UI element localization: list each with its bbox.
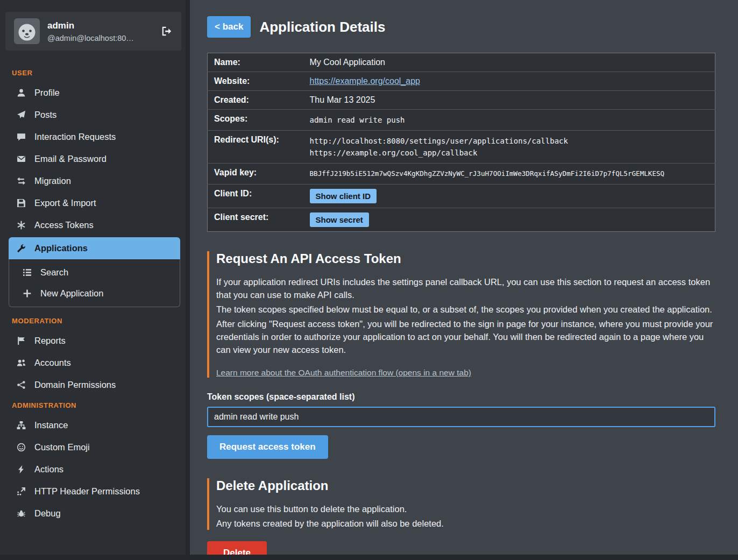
user-name: admin bbox=[47, 20, 134, 31]
sidebar-item-access-tokens[interactable]: Access Tokens bbox=[0, 214, 186, 236]
row-label: Scopes: bbox=[208, 110, 303, 131]
sidebar-item-applications[interactable]: Applications bbox=[9, 237, 180, 259]
sidebar-item-migration[interactable]: Migration bbox=[0, 170, 186, 192]
table-row-scopes: Scopes: admin read write push bbox=[208, 110, 715, 131]
table-row-client-secret: Client secret: Show secret bbox=[208, 208, 715, 232]
row-value: http://localhost:8080/settings/user/appl… bbox=[303, 131, 715, 164]
sidebar-item-accounts[interactable]: Accounts bbox=[0, 352, 186, 374]
bolt-icon bbox=[16, 465, 26, 474]
row-value: BBJffJ219b5iE512m7wQSzv4KgKDhgZZVzNyWC_r… bbox=[303, 164, 715, 185]
table-row-vapid-key: Vapid key: BBJffJ219b5iE512m7wQSzv4KgKDh… bbox=[208, 164, 715, 185]
app-layout: admin @admin@localhost:80… USER Profile … bbox=[0, 0, 738, 555]
sidebar-item-label: Applications bbox=[34, 243, 88, 253]
sidebar-item-http-header-permissions[interactable]: HTTP Header Permissions bbox=[0, 480, 186, 502]
applications-submenu: Search New Application bbox=[9, 259, 180, 307]
row-value: Thu Mar 13 2025 bbox=[303, 91, 715, 110]
wrench-icon bbox=[16, 244, 26, 253]
floppy-disk-icon bbox=[16, 199, 26, 208]
user-meta: admin @admin@localhost:80… bbox=[47, 20, 134, 42]
sidebar-item-profile[interactable]: Profile bbox=[0, 82, 186, 104]
logout-icon[interactable] bbox=[161, 25, 173, 37]
list-icon bbox=[22, 268, 32, 277]
smiley-icon bbox=[16, 443, 26, 452]
redirect-uri-1: http://localhost:8080/settings/user/appl… bbox=[310, 135, 709, 147]
sidebar-item-instance[interactable]: Instance bbox=[0, 414, 186, 436]
users-icon bbox=[16, 358, 26, 367]
back-button[interactable]: < back bbox=[207, 16, 251, 38]
sidebar-item-label: Profile bbox=[34, 88, 60, 98]
row-value: https://example.org/cool_app bbox=[303, 72, 715, 91]
sidebar-item-label: New Application bbox=[40, 288, 103, 299]
token-paragraph-1: If your application redirect URIs includ… bbox=[216, 275, 715, 301]
exchange-arrows-icon bbox=[16, 176, 26, 186]
sidebar-item-debug[interactable]: Debug bbox=[0, 502, 186, 524]
oauth-docs-link[interactable]: Learn more about the OAuth authenticatio… bbox=[216, 368, 471, 378]
table-row-redirect-uris: Redirect URI(s): http://localhost:8080/s… bbox=[208, 131, 715, 164]
delete-line-2: Any tokens created by the application wi… bbox=[216, 517, 715, 530]
sidebar-item-new-application[interactable]: New Application bbox=[9, 283, 180, 304]
envelope-icon bbox=[16, 154, 26, 164]
sidebar-item-label: Debug bbox=[34, 508, 61, 519]
sidebar-item-label: Migration bbox=[34, 176, 71, 186]
paper-plane-icon bbox=[16, 110, 26, 119]
sidebar-item-custom-emoji[interactable]: Custom Emoji bbox=[0, 436, 186, 458]
sidebar-item-interaction-requests[interactable]: Interaction Requests bbox=[0, 126, 186, 148]
website-link[interactable]: https://example.org/cool_app bbox=[310, 76, 420, 86]
token-scopes-input[interactable] bbox=[207, 407, 715, 427]
sidebar-item-label: Export & Import bbox=[34, 198, 96, 208]
sidebar-item-label: Access Tokens bbox=[34, 220, 94, 230]
row-value: Show secret bbox=[303, 208, 715, 232]
sidebar-item-email-password[interactable]: Email & Password bbox=[0, 148, 186, 170]
request-token-title: Request An API Access Token bbox=[216, 251, 715, 266]
table-row-website: Website: https://example.org/cool_app bbox=[208, 72, 715, 91]
section-label-moderation: MODERATION bbox=[0, 311, 186, 330]
share-nodes-icon bbox=[16, 380, 26, 389]
sidebar-item-reports[interactable]: Reports bbox=[0, 330, 186, 352]
sidebar-item-domain-permissions[interactable]: Domain Permissions bbox=[0, 374, 186, 396]
sidebar-item-label: Interaction Requests bbox=[34, 132, 116, 142]
applications-group: Applications Search New Application bbox=[9, 237, 180, 307]
table-row-client-id: Client ID: Show client ID bbox=[208, 185, 715, 208]
token-paragraph-2: The token scopes specified below must be… bbox=[216, 303, 715, 316]
comment-icon bbox=[16, 132, 26, 141]
section-label-user: USER bbox=[0, 63, 186, 82]
request-token-description: Request An API Access Token If your appl… bbox=[207, 251, 715, 378]
bug-icon bbox=[16, 509, 26, 518]
sidebar-item-label: Accounts bbox=[34, 358, 71, 368]
sidebar-item-label: Custom Emoji bbox=[34, 442, 90, 452]
application-info-table: Name: My Cool Application Website: https… bbox=[207, 53, 715, 232]
show-secret-button[interactable]: Show secret bbox=[310, 212, 369, 227]
delete-button[interactable]: Delete bbox=[207, 541, 267, 555]
arrow-dots-icon bbox=[16, 487, 26, 496]
delete-line-1: You can use this button to delete the ap… bbox=[216, 502, 715, 515]
sidebar-item-posts[interactable]: Posts bbox=[0, 104, 186, 126]
redirect-uri-2: https://example.org/cool_app/callback bbox=[310, 147, 709, 159]
table-row-created: Created: Thu Mar 13 2025 bbox=[208, 91, 715, 110]
section-label-administration: ADMINISTRATION bbox=[0, 396, 186, 414]
delete-application-title: Delete Application bbox=[216, 478, 715, 493]
request-token-section: Request An API Access Token If your appl… bbox=[207, 251, 715, 459]
sidebar-item-label: HTTP Header Permissions bbox=[34, 486, 140, 497]
user-handle: @admin@localhost:80… bbox=[47, 34, 134, 42]
row-label: Vapid key: bbox=[208, 164, 303, 185]
sidebar-item-label: Instance bbox=[34, 420, 68, 430]
sidebar-item-label: Search bbox=[40, 267, 68, 278]
request-access-token-button[interactable]: Request access token bbox=[207, 435, 328, 459]
sitemap-icon bbox=[16, 421, 26, 430]
sidebar-item-actions[interactable]: Actions bbox=[0, 458, 186, 480]
delete-application-description: Delete Application You can use this butt… bbox=[207, 478, 715, 530]
sidebar-item-export-import[interactable]: Export & Import bbox=[0, 192, 186, 214]
user-card[interactable]: admin @admin@localhost:80… bbox=[5, 12, 181, 51]
sidebar-item-label: Actions bbox=[34, 464, 63, 474]
page-header: < back Application Details bbox=[207, 16, 715, 38]
page-title: Application Details bbox=[259, 19, 385, 36]
row-label: Created: bbox=[208, 91, 303, 110]
sidebar-item-applications-search[interactable]: Search bbox=[9, 262, 180, 283]
row-label: Client secret: bbox=[208, 208, 303, 232]
sidebar: admin @admin@localhost:80… USER Profile … bbox=[0, 0, 186, 555]
user-icon bbox=[16, 88, 26, 97]
token-scopes-label: Token scopes (space-separated list) bbox=[207, 392, 715, 402]
table-row-name: Name: My Cool Application bbox=[208, 53, 715, 72]
plus-icon bbox=[22, 289, 32, 298]
show-client-id-button[interactable]: Show client ID bbox=[310, 189, 377, 203]
